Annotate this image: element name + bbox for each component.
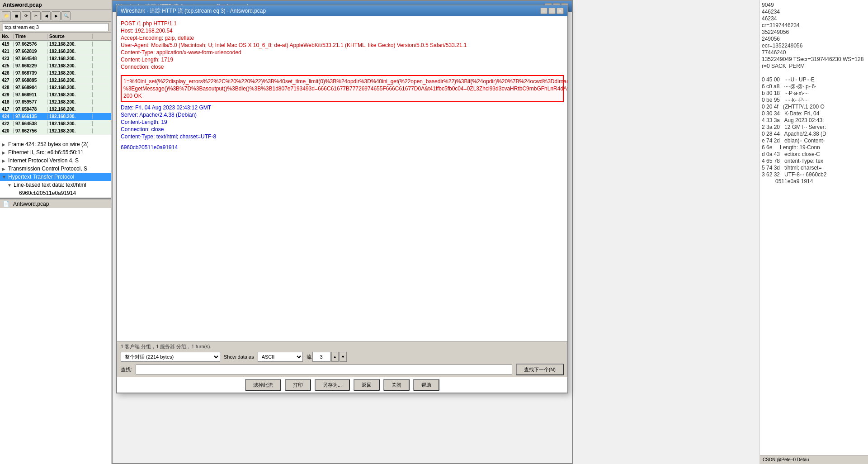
left-pkt-row[interactable]: 42297.664538192.168.200. <box>0 120 111 128</box>
tree-item-label: Frame 424: 252 bytes on wire (2( <box>8 141 88 147</box>
hex-line: 6 6e Length: 19·Conn <box>762 144 866 151</box>
save-as-btn[interactable]: 另存为... <box>315 379 350 391</box>
stream-find-input[interactable] <box>136 365 512 374</box>
left-pkt-row[interactable]: 42197.662819192.168.200. <box>0 48 111 55</box>
toolbar-btn-6[interactable]: ▶ <box>52 11 61 20</box>
stream-payload-text: 1=%40ini_set(%22display_errors%22%2C%20%… <box>123 78 567 99</box>
stream-maximize-btn[interactable]: □ <box>548 8 556 14</box>
stream-win-controls: − □ × <box>540 8 564 14</box>
toolbar-btn-7[interactable]: 🔍 <box>61 11 71 20</box>
stream-request-cl: Content-Length: 1719 <box>121 56 564 63</box>
stream-response-blank <box>121 140 564 144</box>
hex-line: b 80 18 ···P·a·x\···· <box>762 90 866 97</box>
hex-line: 5 74 3d t/html; charset= <box>762 165 866 171</box>
tree-item-ip[interactable]: ▶ Internet Protocol Version 4, S <box>0 156 111 165</box>
stream-title-text: Wireshark · 追踪 HTTP 流 (tcp.stream eq 3) … <box>121 7 266 15</box>
tree-item-frame[interactable]: ▶ Frame 424: 252 bytes on wire (2( <box>0 140 111 148</box>
hex-line: 0 be 95 ·····k···P···· <box>762 97 866 104</box>
left-pkt-row[interactable]: 42097.662756192.168.200. <box>0 128 111 135</box>
stream-request-host: Host: 192.168.200.54 <box>121 27 564 34</box>
toolbar-btn-2[interactable]: ◼ <box>12 11 21 20</box>
left-title-text: Antsword.pcap <box>3 2 42 8</box>
left-toolbar: 📁 ◼ ⟳ ✂ ◀ ▶ 🔍 <box>0 10 111 22</box>
hex-line: 4 65 78 ontent-Type: tex <box>762 158 866 165</box>
stream-response-conn: Connection: close <box>121 126 564 133</box>
hex-line: 0511e0a9 1914 <box>762 178 866 185</box>
tree-item-label: Hypertext Transfer Protocol <box>8 174 74 180</box>
hex-line: 446234 <box>762 9 866 15</box>
right-bottom-label: CSDN @Pete··0 Defau <box>760 455 868 464</box>
left-pkt-row[interactable]: 41997.662576192.168.200. <box>0 41 111 48</box>
left-pkt-row[interactable]: 42697.668739192.168.200. <box>0 70 111 77</box>
tree-item-linedata[interactable]: ▼ Line-based text data: text/html <box>0 181 111 189</box>
right-hex-content: 9049 446234 46234 cr=3197446234 35224905… <box>760 0 868 455</box>
stream-find-next-btn[interactable]: 查找下一个(N) <box>516 364 564 375</box>
tree-item-label: 6960cb20511e0a91914 <box>19 190 76 196</box>
stream-minimize-btn[interactable]: − <box>540 8 547 14</box>
stream-bottom-bar: 1 客户端 分组，1 服务器 分组，1 turn(s). 整个对话 (2214 … <box>117 341 567 377</box>
toolbar-btn-3[interactable]: ⟳ <box>22 11 31 20</box>
left-pkt-row[interactable]: 42597.666229192.168.200. <box>0 62 111 70</box>
left-panel: Antsword.pcap 📁 ◼ ⟳ ✂ ◀ ▶ 🔍 No. Time Sou… <box>0 0 112 464</box>
stream-convo-select[interactable]: 整个对话 (2214 bytes) <box>121 352 220 362</box>
hex-line: 77446240 <box>762 49 866 56</box>
hex-line: 6 c0 a8 ····@·@· p··6· <box>762 83 866 90</box>
tree-item-label: Internet Protocol Version 4, S <box>8 157 79 164</box>
stream-response-date: Date: Fri, 04 Aug 2023 02:43:12 GMT <box>121 104 564 111</box>
left-pkt-row[interactable]: 42397.664548192.168.200. <box>0 55 111 62</box>
hex-line: 1352249049 TSecr=3197446230 WS=128 <box>762 56 866 63</box>
left-detail-tree: ▶ Frame 424: 252 bytes on wire (2( ▶ Eth… <box>0 140 111 199</box>
right-panel: 9049 446234 46234 cr=3197446234 35224905… <box>760 0 868 464</box>
col-header-no: No. <box>0 34 14 39</box>
hex-line: r=0 SACK_PERM <box>762 63 866 70</box>
stream-number-input[interactable] <box>312 352 330 362</box>
left-pkt-row[interactable]: 42997.668911192.168.200. <box>0 91 111 99</box>
left-pkt-row[interactable]: 42797.668895192.168.200. <box>0 77 111 84</box>
left-packet-list: 41997.662576192.168.200. 42197.662819192… <box>0 41 111 140</box>
toolbar-btn-4[interactable]: ✂ <box>32 11 41 20</box>
filter-input[interactable] <box>3 23 108 31</box>
tree-item-tcp[interactable]: ▶ Transmission Control Protocol, S <box>0 165 111 173</box>
stream-request-encoding: Accept-Encoding: gzip, deflate <box>121 34 564 42</box>
toolbar-btn-1[interactable]: 📁 <box>2 11 11 20</box>
stream-request-line: POST /1.php HTTP/1.1 <box>121 20 564 27</box>
left-pkt-row-selected[interactable]: 42497.666135192.168.200. <box>0 113 111 120</box>
filter-bar <box>0 22 111 33</box>
stream-search-row: 查找: 查找下一个(N) <box>121 364 564 375</box>
print-btn[interactable]: 打印 <box>285 379 311 391</box>
tree-item-ethernet[interactable]: ▶ Ethernet II, Src: e6:b6:55:50:11 <box>0 148 111 156</box>
stream-num-up-btn[interactable]: ▲ <box>331 352 339 362</box>
col-header-time: Time <box>14 34 47 39</box>
hex-line: 0 30 34 K·Date: Fri, 04 <box>762 110 866 117</box>
help-btn[interactable]: 帮助 <box>413 379 439 391</box>
left-pkt-row[interactable]: 41897.659577192.168.200. <box>0 99 111 106</box>
left-pkt-row[interactable]: 41797.659478192.168.200. <box>0 106 111 113</box>
hex-line: 46234 <box>762 15 866 22</box>
hex-line: 0 20 4f (ZHTTP/.1 200 O <box>762 104 866 110</box>
stream-show-data-label: Show data as <box>224 354 254 360</box>
stream-request-blank <box>121 71 564 73</box>
stream-content-area: POST /1.php HTTP/1.1 Host: 192.168.200.5… <box>117 16 567 341</box>
stream-find-label: 查找: <box>121 366 132 373</box>
toolbar-btn-5[interactable]: ◀ <box>42 11 51 20</box>
close-btn[interactable]: 关闭 <box>383 379 410 391</box>
tree-item-http[interactable]: ▼ Hypertext Transfer Protocol <box>0 173 111 181</box>
hex-line: 9049 <box>762 2 866 9</box>
tree-item-label: Line-based text data: text/html <box>14 182 86 188</box>
stream-close-btn[interactable]: × <box>557 8 564 14</box>
stream-response-cl: Content-Length: 19 <box>121 118 564 126</box>
filter-stream-btn[interactable]: 滤掉此流 <box>245 379 281 391</box>
stream-action-buttons: 滤掉此流 打印 另存为... 返回 关闭 帮助 <box>117 377 567 393</box>
left-pkt-row[interactable]: 42897.668904192.168.200. <box>0 84 111 91</box>
hex-line: 0 28 44 Apache/2.4.38 (D <box>762 131 866 137</box>
hex-line: e 74 2d ebian)·· Content- <box>762 137 866 144</box>
col-header-src: Source <box>47 34 93 39</box>
hex-line: ecr=1352249056 <box>762 43 866 49</box>
stream-num-down-btn[interactable]: ▼ <box>340 352 347 362</box>
tree-item-hex-data[interactable]: 6960cb20511e0a91914 <box>0 189 111 197</box>
hex-line: 0 45 00 ····U·· UP···E <box>762 76 866 83</box>
stream-format-select[interactable]: ASCII <box>258 352 303 362</box>
back-btn[interactable]: 返回 <box>354 379 380 391</box>
left-status-bar: 📄 Antsword.pcap <box>0 199 111 208</box>
stream-stats: 1 客户端 分组，1 服务器 分组，1 turn(s). <box>121 343 564 350</box>
